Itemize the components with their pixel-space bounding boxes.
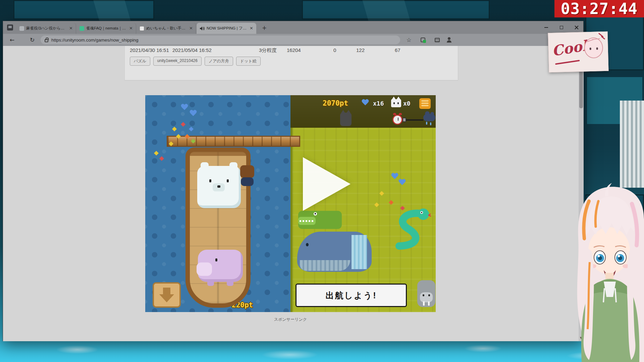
cat-eye (397, 102, 399, 104)
hippo-snout (197, 262, 212, 276)
cats-count: x0 (403, 100, 411, 107)
tab-now-shipping[interactable]: NOW SHIPPING | フリーゲーム × (197, 23, 256, 34)
menu-line (421, 100, 429, 102)
game-right-score: 2070pt (323, 99, 348, 107)
tab-favicon (140, 26, 144, 31)
cat-ear (341, 110, 345, 113)
tag-button[interactable]: ノアの方舟 (205, 57, 233, 66)
stat-created: 2021/04/30 16:51 (130, 47, 169, 53)
tab-mahjong-yaku[interactable]: 麻雀役/3ハン役から6ハン役の一覧 × (16, 23, 76, 34)
tag-row: パズル unity1week_20210426 ノアの方舟 ドット絵 (130, 57, 261, 66)
vtuber-avatar-art (570, 182, 644, 362)
sprite-dark-cat (340, 113, 352, 126)
boat-top-band (190, 152, 246, 156)
croc-eye (314, 212, 317, 216)
down-arrow-head (159, 294, 174, 302)
bear-ear (201, 162, 209, 169)
browser-window: 麻雀役/3ハン役から6ハン役の一覧 × 雀魂FAQ｜nemata｜note × … (3, 21, 584, 341)
sprite-ark-boat (185, 147, 251, 308)
down-arrow-stem (163, 288, 170, 294)
walrus-tusk (428, 301, 430, 306)
extension-box-icon (421, 38, 425, 42)
sprite-blue-heart (190, 110, 197, 117)
rain-cloud-icon (423, 114, 435, 121)
stat-count-a: 0 (333, 47, 336, 53)
game-dialog-box: 出航しよう! (296, 284, 407, 307)
tag-button[interactable]: パズル (130, 57, 150, 66)
audio-speaker-icon (200, 26, 205, 31)
profile-icon[interactable] (444, 35, 454, 45)
browser-toolbar: ← ↻ https://unityroom.com/games/now_ship… (3, 34, 583, 46)
sprite-blue-heart (181, 104, 188, 111)
alarm-bell (399, 113, 402, 115)
sponsor-label: スポンサーリンク (145, 317, 436, 322)
walrus-tusk (423, 301, 425, 306)
game-info-card: 2021/04/30 16:51 2021/05/04 16:52 3分程度 1… (124, 46, 458, 80)
tab-close-icon[interactable]: × (128, 25, 134, 31)
bear-muzzle (213, 183, 225, 191)
tab-meichan-site[interactable]: めいちゃん・歌い手キーまとめサイト × (137, 23, 196, 34)
new-tab-button[interactable]: + (260, 24, 269, 32)
tab-title: 麻雀役/3ハン役から6ハン役の一覧 (26, 26, 66, 31)
minimize-button[interactable] (539, 21, 554, 34)
stat-count-c: 67 (395, 47, 400, 53)
sprite-snake (384, 206, 431, 254)
tab-close-icon[interactable]: × (249, 25, 254, 31)
weather-slider (404, 119, 423, 121)
tab-strip: 麻雀役/3ハン役から6ハン役の一覧 × 雀魂FAQ｜nemata｜note × … (3, 21, 583, 34)
refresh-button[interactable]: ↻ (27, 35, 37, 45)
cat-ear (392, 97, 396, 100)
game-menu-button[interactable] (419, 98, 431, 109)
bear-ear (229, 162, 237, 169)
sprite-brown-bird (240, 165, 254, 178)
back-button[interactable]: ← (7, 35, 17, 45)
sprite-hippo (198, 250, 243, 282)
game-video-embed[interactable]: 220pt 2070pt x16 x0 (145, 95, 436, 312)
favorites-icon[interactable]: ☆ (404, 35, 414, 45)
raindrop (426, 122, 427, 125)
walrus-face (420, 292, 433, 302)
menu-line (421, 103, 429, 104)
page-content: 2021/04/30 16:51 2021/05/04 16:52 3分程度 1… (3, 46, 584, 341)
alarm-bell (393, 113, 396, 115)
cat-eye (393, 102, 395, 104)
tag-button[interactable]: unity1week_20210426 (153, 57, 202, 66)
sketch-hair-stroke (592, 38, 600, 40)
extensions-icon[interactable] (418, 35, 428, 45)
maximize-button[interactable] (554, 21, 569, 34)
stat-updated: 2021/05/04 16:52 (172, 47, 212, 53)
hippo-leg (207, 281, 214, 286)
alarm-clock-icon (392, 115, 402, 125)
tab-favicon (79, 26, 84, 31)
sprite-blue-heart (391, 173, 398, 180)
scene-window-frame (13, 0, 154, 19)
tag-button[interactable]: ドット絵 (236, 57, 261, 66)
cat-counter-icon (391, 99, 401, 107)
tab-note-faq[interactable]: 雀魂FAQ｜nemata｜note × (76, 23, 136, 34)
scene-slatted-screen (620, 101, 644, 188)
sketch-eye (596, 47, 598, 50)
sprite-walrus (417, 280, 435, 307)
walrus-eye (423, 294, 424, 296)
stream-timer: 03:27:44 (554, 0, 644, 17)
collections-icon[interactable] (432, 35, 442, 45)
person-icon (446, 37, 452, 43)
close-icon (575, 25, 579, 29)
croc-pupil (315, 213, 316, 215)
sprite-whale (297, 232, 372, 272)
play-button[interactable] (303, 157, 351, 211)
tab-close-icon[interactable]: × (188, 25, 194, 31)
walrus-eye (428, 294, 430, 296)
croc-teeth (300, 220, 314, 222)
address-bar[interactable]: https://unityroom.com/games/now_shipping (41, 36, 400, 44)
cool-sign: Cool (548, 32, 608, 73)
url-text: https://unityroom.com/games/now_shipping (51, 38, 139, 43)
sketch-eye (590, 48, 591, 50)
collections-box-icon (435, 38, 440, 42)
cool-sign-sketch-face (584, 37, 603, 58)
bear-eye (227, 179, 229, 182)
tab-close-icon[interactable]: × (68, 25, 74, 31)
weather-slider-knob (402, 118, 406, 122)
stream-frame: 03:27:44 Cool 麻雀役/3ハン役から6ハン役の一覧 × 雀魂FAQ｜… (0, 0, 644, 362)
game-down-arrow-button[interactable] (153, 282, 181, 308)
